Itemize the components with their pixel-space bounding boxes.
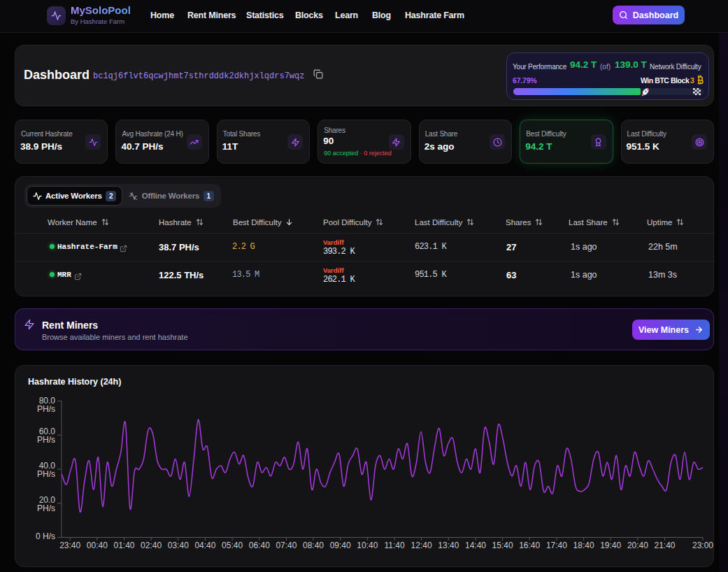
svg-text:06:40: 06:40 <box>249 541 270 550</box>
svg-text:20:40: 20:40 <box>627 541 648 550</box>
svg-text:17:40: 17:40 <box>546 541 567 550</box>
svg-text:18:40: 18:40 <box>573 541 594 550</box>
svg-text:19:40: 19:40 <box>600 541 621 550</box>
svg-text:PH/s: PH/s <box>37 469 55 479</box>
svg-text:21:40: 21:40 <box>654 541 675 550</box>
svg-text:12:40: 12:40 <box>411 541 432 550</box>
svg-text:09:40: 09:40 <box>330 541 351 550</box>
svg-text:16:40: 16:40 <box>519 541 540 550</box>
svg-text:10:40: 10:40 <box>357 541 378 550</box>
svg-text:00:40: 00:40 <box>87 541 108 550</box>
svg-text:03:40: 03:40 <box>168 541 189 550</box>
svg-text:11:40: 11:40 <box>384 541 404 550</box>
svg-text:14:40: 14:40 <box>465 541 486 550</box>
svg-text:23:40: 23:40 <box>59 541 80 550</box>
svg-text:15:40: 15:40 <box>492 541 513 550</box>
svg-text:23:00: 23:00 <box>692 541 713 550</box>
svg-text:02:40: 02:40 <box>141 541 162 550</box>
svg-text:05:40: 05:40 <box>222 541 243 550</box>
svg-text:0 H/s: 0 H/s <box>36 531 55 541</box>
svg-text:04:40: 04:40 <box>194 541 215 550</box>
svg-text:PH/s: PH/s <box>37 503 55 513</box>
svg-text:PH/s: PH/s <box>37 435 55 445</box>
svg-text:13:40: 13:40 <box>438 541 459 550</box>
svg-text:07:40: 07:40 <box>276 541 297 550</box>
svg-text:PH/s: PH/s <box>37 404 55 414</box>
svg-text:01:40: 01:40 <box>113 541 134 550</box>
svg-text:08:40: 08:40 <box>303 541 324 550</box>
